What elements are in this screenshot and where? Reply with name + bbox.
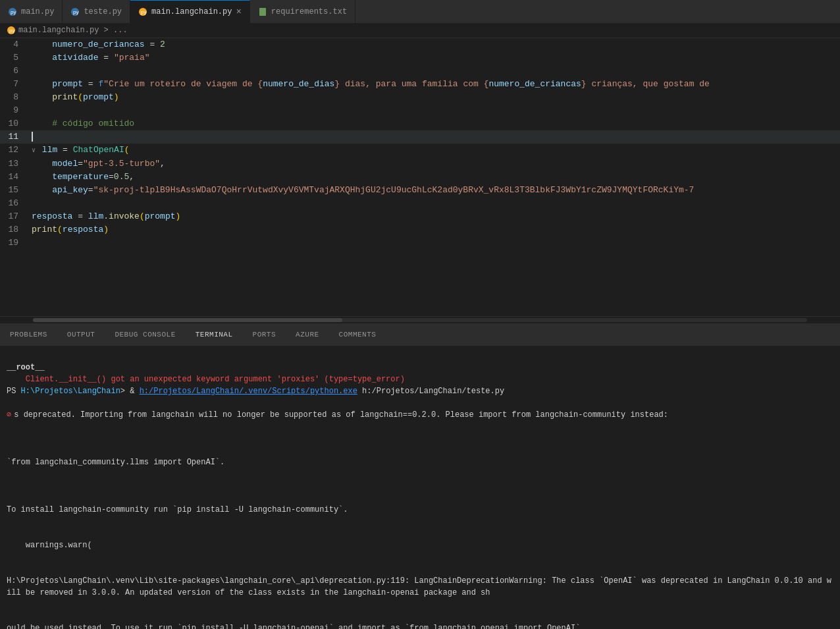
code-line-17: 17 resposta = llm.invoke(prompt)	[0, 210, 840, 223]
tab-label: main.langchain.py	[151, 7, 232, 16]
code-container[interactable]: 4 numero_de_criancas = 2 5 atividade = "…	[0, 38, 840, 316]
terminal-deprecation-line: ⊘s deprecated. Importing from langchain …	[7, 409, 833, 421]
breadcrumb: py main.langchain.py > ...	[0, 23, 840, 38]
terminal-root-label: __root__	[7, 363, 45, 372]
code-line-8: 8 print(prompt)	[0, 91, 840, 104]
python-icon: py	[70, 7, 80, 16]
error-circle-icon: ⊘	[7, 409, 11, 421]
tab-comments[interactable]: COMMENTS	[329, 323, 386, 346]
scrollbar-track	[33, 318, 807, 322]
terminal-content: __root__ Client.__init__() got an unexpe…	[7, 350, 833, 629]
tab-label: requirements.txt	[271, 7, 347, 16]
file-icon	[258, 7, 267, 16]
code-line-19: 19	[0, 236, 840, 250]
svg-rect-6	[259, 8, 266, 16]
tab-requirements-txt[interactable]: requirements.txt	[250, 0, 355, 23]
code-line-6: 6	[0, 65, 840, 78]
tab-output[interactable]: OUTPUT	[57, 323, 105, 346]
tab-azure[interactable]: AZURE	[286, 323, 329, 346]
tab-debug-console[interactable]: DEBUG CONSOLE	[105, 323, 185, 346]
horizontal-scrollbar[interactable]	[0, 316, 840, 323]
tab-ports[interactable]: PORTS	[243, 323, 286, 346]
code-line-18: 18 print(resposta)	[0, 223, 840, 236]
code-line-9: 9	[0, 104, 840, 117]
tab-label: main.py	[21, 7, 54, 16]
code-line-13: 13 model="gpt-3.5-turbo",	[0, 157, 840, 171]
code-line-12: 12 ∨ llm = ChatOpenAI(	[0, 144, 840, 157]
editor-area: 4 numero_de_criancas = 2 5 atividade = "…	[0, 38, 840, 323]
code-line-5: 5 atividade = "praia"	[0, 51, 840, 65]
svg-text:py: py	[73, 9, 78, 15]
tab-terminal[interactable]: TERMINAL	[186, 323, 243, 346]
terminal-ps-line: PS H:\Projetos\LangChain> & h:/Projetos/…	[7, 385, 833, 397]
tab-main-langchain-py[interactable]: py main.langchain.py ×	[130, 0, 250, 23]
tab-label: teste.py	[84, 7, 122, 16]
svg-text:py: py	[141, 9, 146, 15]
tab-problems[interactable]: PROBLEMS	[0, 323, 57, 346]
python-icon: py	[8, 7, 17, 16]
svg-text:py: py	[11, 9, 16, 15]
panel-tabs: PROBLEMS OUTPUT DEBUG CONSOLE TERMINAL P…	[0, 323, 840, 346]
python-icon: py	[138, 7, 147, 16]
code-line-4: 4 numero_de_criancas = 2	[0, 38, 840, 51]
code-line-14: 14 temperature=0.5,	[0, 171, 840, 184]
code-line-16: 16	[0, 197, 840, 210]
terminal-area[interactable]: __root__ Client.__init__() got an unexpe…	[0, 346, 840, 629]
code-line-10: 10 # código omitido	[0, 117, 840, 130]
tab-bar: py main.py py teste.py py main.langchain…	[0, 0, 840, 23]
terminal-error-line1: Client.__init__() got an unexpected keyw…	[7, 375, 405, 384]
code-line-15: 15 api_key="sk-proj-tlplB9HsAssWDaO7QoHr…	[0, 184, 840, 197]
code-lines: 4 numero_de_criancas = 2 5 atividade = "…	[0, 38, 840, 316]
code-line-11: 11	[0, 130, 840, 144]
tab-teste-py[interactable]: py teste.py	[63, 0, 130, 23]
scrollbar-thumb	[33, 318, 342, 322]
code-line-7: 7 prompt = f"Crie um roteiro de viagem d…	[0, 78, 840, 91]
svg-text:py: py	[9, 28, 14, 34]
tab-main-py[interactable]: py main.py	[0, 0, 63, 23]
tab-close-button[interactable]: ×	[236, 7, 241, 17]
python-icon: py	[7, 26, 16, 35]
